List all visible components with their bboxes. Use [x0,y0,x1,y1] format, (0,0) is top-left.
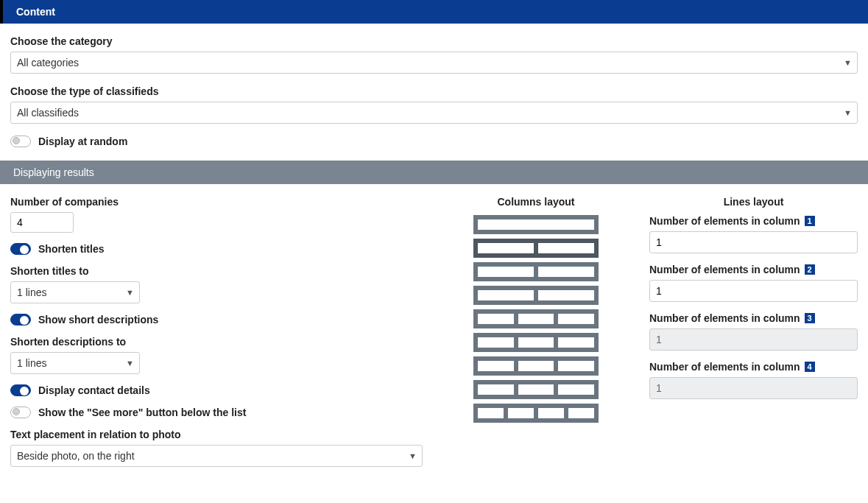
display-random-label: Display at random [38,136,127,147]
layout-cell [558,337,594,348]
lines-layout-label-text: Number of elements in column [649,361,800,373]
text-placement-label: Text placement in relation to photo [10,429,423,440]
category-label: Choose the category [10,35,858,47]
display-contact-label: Display contact details [38,384,150,396]
column-number-badge: 2 [805,264,815,275]
columns-layout-option[interactable] [473,380,599,399]
display-contact-row: Display contact details [10,384,423,396]
results-right-column: Lines layout Number of elements in colum… [649,196,858,409]
results-left-column: Number of companies Shorten titles Short… [10,196,423,477]
layout-cell [478,243,534,253]
layout-cell [508,408,534,418]
columns-layout-option[interactable] [473,309,599,328]
columns-layout-option[interactable] [473,239,599,258]
shorten-titles-to-label: Shorten titles to [10,265,423,277]
lines-layout-field: Number of elements in column3 [649,312,858,351]
lines-layout-fields: Number of elements in column1Number of e… [649,215,858,399]
columns-layout-option[interactable] [473,286,599,305]
columns-layout-options [473,215,599,423]
lines-layout-label: Number of elements in column4 [649,361,858,373]
classifieds-type-select[interactable]: All classifieds [10,102,858,124]
display-random-row: Display at random [10,136,858,147]
text-placement-wrap: Beside photo, on the right ▼ [10,445,423,467]
content-form: Choose the category All categories ▼ Cho… [0,24,868,161]
columns-layout-option[interactable] [473,404,599,423]
columns-layout-option[interactable] [473,215,599,234]
column-number-badge: 4 [805,362,815,372]
layout-cell [478,337,514,348]
lines-layout-label-text: Number of elements in column [649,312,800,324]
layout-cell [518,337,554,348]
lines-layout-label: Number of elements in column3 [649,312,858,324]
column-number-badge: 1 [805,216,815,226]
results-grid: Number of companies Shorten titles Short… [0,184,868,486]
num-companies-input[interactable] [10,212,74,233]
see-more-row: Show the "See more" button below the lis… [10,407,423,418]
results-section-header: Displaying results [0,161,868,184]
results-center-column: Columns layout [440,196,632,423]
see-more-label: Show the "See more" button below the lis… [38,407,246,418]
category-select-wrap: All categories ▼ [10,52,858,74]
lines-layout-input[interactable] [649,280,858,302]
lines-layout-input [649,377,858,399]
show-short-desc-toggle[interactable] [10,314,31,326]
columns-layout-option[interactable] [473,333,599,352]
lines-layout-label: Number of elements in column1 [649,215,858,227]
layout-cell [478,267,534,277]
layout-cell [518,314,554,324]
shorten-titles-to-select[interactable]: 1 lines [10,281,140,303]
lines-layout-title: Lines layout [649,196,858,208]
columns-layout-option[interactable] [473,262,599,281]
shorten-titles-label: Shorten titles [38,243,104,255]
category-select[interactable]: All categories [10,52,858,74]
classifieds-select-wrap: All classifieds ▼ [10,102,858,124]
layout-cell [478,219,594,230]
lines-layout-label: Number of elements in column2 [649,264,858,275]
content-section-header: Content [0,0,868,24]
shorten-titles-row: Shorten titles [10,243,423,255]
layout-cell [558,314,594,324]
layout-cell [478,290,534,300]
shorten-titles-to-wrap: 1 lines ▼ [10,281,140,303]
classifieds-type-label: Choose the type of classifieds [10,85,858,97]
column-number-badge: 3 [805,313,815,323]
layout-cell [568,408,594,418]
layout-cell [478,314,514,324]
main-scroll[interactable]: Content Choose the category All categori… [0,0,868,503]
lines-layout-input[interactable] [649,231,858,253]
shorten-titles-toggle[interactable] [10,243,31,255]
layout-cell [538,267,594,277]
layout-cell [518,384,554,395]
layout-cell [478,408,504,418]
layout-cell [478,361,514,371]
lines-layout-field: Number of elements in column1 [649,215,858,253]
display-random-toggle[interactable] [10,136,31,147]
layout-cell [518,361,554,371]
lines-layout-label-text: Number of elements in column [649,215,800,227]
shorten-desc-to-label: Shorten descriptions to [10,336,423,348]
columns-layout-option[interactable] [473,356,599,376]
text-placement-select[interactable]: Beside photo, on the right [10,445,423,467]
display-contact-toggle[interactable] [10,384,31,396]
layout-cell [538,408,564,418]
layout-cell [558,361,594,371]
columns-layout-title: Columns layout [440,196,632,208]
layout-cell [558,384,594,395]
lines-layout-label-text: Number of elements in column [649,264,800,275]
layout-cell [478,384,514,395]
lines-layout-field: Number of elements in column2 [649,264,858,302]
shorten-desc-to-select[interactable]: 1 lines [10,352,140,374]
lines-layout-field: Number of elements in column4 [649,361,858,399]
see-more-toggle[interactable] [10,407,31,418]
lines-layout-input [649,328,858,351]
num-companies-label: Number of companies [10,196,423,208]
layout-cell [538,243,594,253]
shorten-desc-to-wrap: 1 lines ▼ [10,352,140,374]
layout-cell [538,290,594,300]
show-short-desc-label: Show short descriptions [38,314,158,326]
content-section-title: Content [16,6,55,18]
results-section-title: Displaying results [13,166,94,178]
show-short-desc-row: Show short descriptions [10,314,423,326]
